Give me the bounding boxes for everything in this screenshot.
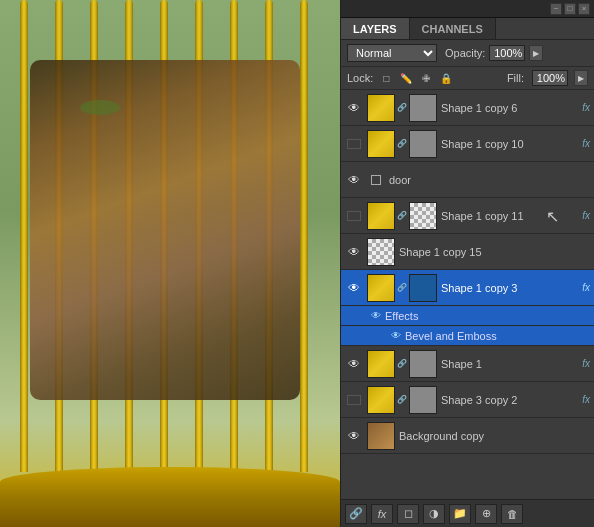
bevel-emboss-row: 👁 Bevel and Emboss bbox=[341, 326, 594, 346]
tabs: LAYERS CHANNELS bbox=[341, 18, 594, 40]
layer-thumb-main bbox=[367, 350, 395, 378]
link-icon: 🔗 bbox=[397, 386, 407, 414]
layer-thumbnails: 🔗 bbox=[367, 130, 437, 158]
fill-input[interactable] bbox=[532, 70, 568, 86]
link-icon: 🔗 bbox=[397, 202, 407, 230]
layer-thumb-mask bbox=[409, 350, 437, 378]
layer-row[interactable]: 👁 🔗 Shape 1 fx bbox=[341, 346, 594, 382]
layer-thumb-mask bbox=[409, 202, 437, 230]
new-group-button[interactable]: 📁 bbox=[449, 504, 471, 524]
layer-thumbnails: 🔗 bbox=[367, 94, 437, 122]
layer-thumb-main bbox=[367, 386, 395, 414]
fill-label: Fill: bbox=[507, 72, 524, 84]
layer-name: Shape 1 copy 15 bbox=[399, 246, 590, 258]
layer-name: Shape 1 copy 10 bbox=[441, 138, 580, 150]
lock-pixels-icon[interactable]: ✏️ bbox=[399, 71, 413, 85]
link-icon: 🔗 bbox=[397, 274, 407, 302]
layer-thumbnails: 🔗 bbox=[367, 274, 437, 302]
layer-name: door bbox=[389, 174, 590, 186]
delete-layer-button[interactable]: 🗑 bbox=[501, 504, 523, 524]
layer-visibility-icon[interactable]: 👁 bbox=[345, 427, 363, 445]
layer-thumb-mask bbox=[409, 94, 437, 122]
opacity-label: Opacity: bbox=[445, 47, 485, 59]
minimize-button[interactable]: − bbox=[550, 3, 562, 15]
layer-name: Shape 1 copy 11 bbox=[441, 210, 580, 222]
canvas-area bbox=[0, 0, 340, 527]
effect-group-label: Effects bbox=[385, 310, 418, 322]
layer-thumbnails bbox=[367, 422, 395, 450]
layer-thumbnails: 🔗 bbox=[367, 386, 437, 414]
layer-thumbnails bbox=[367, 238, 395, 266]
layer-row[interactable]: 👁 🔗 Shape 1 copy 6 fx bbox=[341, 90, 594, 126]
fx-label: fx bbox=[582, 282, 590, 293]
layer-thumb-main bbox=[367, 274, 395, 302]
fx-label: fx bbox=[582, 358, 590, 369]
layer-visibility-icon[interactable]: 👁 bbox=[345, 279, 363, 297]
layers-list: 👁 🔗 Shape 1 copy 6 fx 🔗 Shape 1 copy 10 … bbox=[341, 90, 594, 499]
bevel-emboss-label: Bevel and Emboss bbox=[405, 330, 497, 342]
layer-name: Shape 1 copy 3 bbox=[441, 282, 580, 294]
layer-name: Shape 1 copy 6 bbox=[441, 102, 580, 114]
fx-label: fx bbox=[582, 210, 590, 221]
layer-thumbnails: 🔗 bbox=[367, 202, 437, 230]
link-icon: 🔗 bbox=[397, 350, 407, 378]
lock-label: Lock: bbox=[347, 72, 373, 84]
layer-row[interactable]: 👁 Background copy bbox=[341, 418, 594, 454]
blend-row: Normal Multiply Screen Opacity: ▶ bbox=[341, 40, 594, 67]
opacity-arrow[interactable]: ▶ bbox=[529, 45, 543, 61]
add-mask-button[interactable]: ◻ bbox=[397, 504, 419, 524]
lock-position-icon[interactable]: ✙ bbox=[419, 71, 433, 85]
bevel-emboss-visibility-icon[interactable]: 👁 bbox=[391, 330, 401, 341]
layer-thumb-mask bbox=[409, 274, 437, 302]
tab-channels[interactable]: CHANNELS bbox=[410, 18, 496, 39]
tab-layers[interactable]: LAYERS bbox=[341, 18, 410, 39]
layer-visibility-icon[interactable] bbox=[347, 395, 361, 405]
lock-transparent-icon[interactable]: □ bbox=[379, 71, 393, 85]
group-collapse-icon[interactable] bbox=[371, 175, 381, 185]
layer-thumb-main bbox=[367, 130, 395, 158]
adjustment-layer-button[interactable]: ◑ bbox=[423, 504, 445, 524]
blend-mode-select[interactable]: Normal Multiply Screen bbox=[347, 44, 437, 62]
lock-row: Lock: □ ✏️ ✙ 🔒 Fill: ▶ bbox=[341, 67, 594, 90]
link-layers-button[interactable]: 🔗 bbox=[345, 504, 367, 524]
bottom-toolbar: 🔗 fx ◻ ◑ 📁 ⊕ 🗑 bbox=[341, 499, 594, 527]
layer-name: Shape 1 bbox=[441, 358, 580, 370]
cursor-indicator: ↖ bbox=[546, 206, 559, 225]
layer-thumb-main bbox=[367, 202, 395, 230]
layer-name: Background copy bbox=[399, 430, 590, 442]
opacity-input[interactable] bbox=[489, 45, 525, 61]
right-panel: − □ × LAYERS CHANNELS Normal Multiply Sc… bbox=[340, 0, 594, 527]
layer-thumb-mask bbox=[409, 386, 437, 414]
layer-row[interactable]: 🔗 Shape 1 copy 11 fx ↖ bbox=[341, 198, 594, 234]
fx-label: fx bbox=[582, 394, 590, 405]
layer-row[interactable]: 🔗 Shape 1 copy 10 fx bbox=[341, 126, 594, 162]
title-bar: − □ × bbox=[341, 0, 594, 18]
maximize-button[interactable]: □ bbox=[564, 3, 576, 15]
close-button[interactable]: × bbox=[578, 3, 590, 15]
layer-row[interactable]: 🔗 Shape 3 copy 2 fx bbox=[341, 382, 594, 418]
layer-visibility-icon[interactable]: 👁 bbox=[345, 243, 363, 261]
layer-name: Shape 3 copy 2 bbox=[441, 394, 580, 406]
layer-visibility-icon[interactable] bbox=[347, 139, 361, 149]
effects-toggle-icon[interactable]: 👁 bbox=[371, 310, 381, 321]
layer-visibility-icon[interactable] bbox=[347, 211, 361, 221]
lock-all-icon[interactable]: 🔒 bbox=[439, 71, 453, 85]
layer-thumbnails: 🔗 bbox=[367, 350, 437, 378]
link-icon: 🔗 bbox=[397, 130, 407, 158]
layer-thumb-mask bbox=[409, 130, 437, 158]
layer-thumb-main bbox=[367, 94, 395, 122]
add-fx-button[interactable]: fx bbox=[371, 504, 393, 524]
layer-visibility-icon[interactable]: 👁 bbox=[345, 171, 363, 189]
layer-visibility-icon[interactable]: 👁 bbox=[345, 99, 363, 117]
link-icon: 🔗 bbox=[397, 94, 407, 122]
fx-label: fx bbox=[582, 138, 590, 149]
layer-thumb-main bbox=[367, 422, 395, 450]
layer-row[interactable]: 👁 🔗 Shape 1 copy 3 fx bbox=[341, 270, 594, 306]
fill-arrow[interactable]: ▶ bbox=[574, 70, 588, 86]
effects-row: 👁 Effects bbox=[341, 306, 594, 326]
layer-row[interactable]: 👁 door bbox=[341, 162, 594, 198]
layer-thumb-main bbox=[367, 238, 395, 266]
layer-visibility-icon[interactable]: 👁 bbox=[345, 355, 363, 373]
layer-row[interactable]: 👁 Shape 1 copy 15 bbox=[341, 234, 594, 270]
new-layer-button[interactable]: ⊕ bbox=[475, 504, 497, 524]
